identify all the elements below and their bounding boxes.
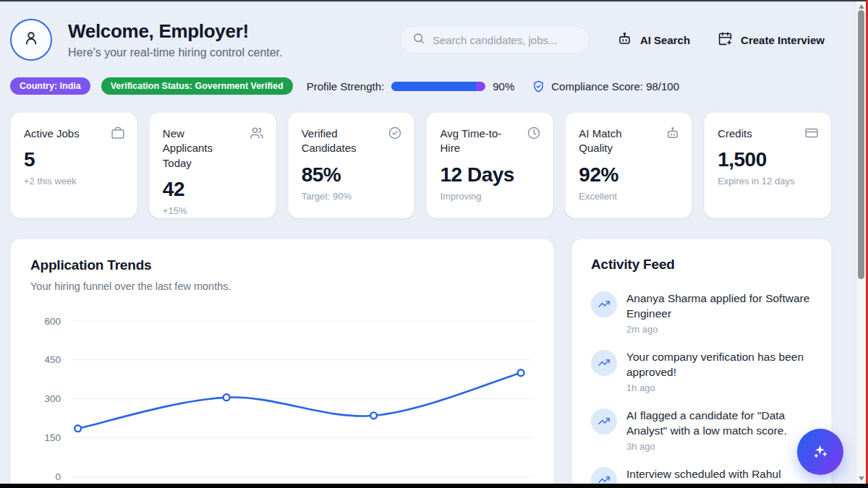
stat-subtext: +15%	[163, 205, 263, 216]
clock-icon	[527, 126, 541, 140]
stat-label: Verified Candidates	[302, 127, 373, 156]
search-box[interactable]	[400, 26, 590, 53]
profile-strength-label: Profile Strength:	[307, 80, 385, 93]
stat-card-avg-time-to-hire: Avg Time-to-Hire12 DaysImproving	[426, 112, 553, 218]
stat-label: Active Jobs	[24, 127, 95, 141]
bot-icon	[665, 126, 680, 140]
create-interview-button[interactable]: Create Interview	[718, 31, 825, 48]
sparkles-icon	[810, 441, 830, 463]
status-bar: Country: India Verification Status: Gove…	[10, 77, 679, 95]
avatar[interactable]	[10, 19, 52, 61]
ai-search-button[interactable]: AI Search	[617, 31, 690, 48]
svg-text:150: 150	[44, 432, 61, 443]
scroll-up-arrow-icon[interactable]	[859, 4, 864, 9]
create-interview-label: Create Interview	[741, 34, 825, 46]
stat-card-verified-candidates: Verified Candidates85%Target: 90%	[288, 112, 415, 218]
bot-icon	[617, 31, 632, 48]
header-actions: AI Search Create Interview	[400, 26, 825, 53]
shield-check-icon	[532, 80, 545, 93]
activity-time: 1h ago	[626, 382, 812, 393]
frame-top-edge-highlight	[0, 1, 868, 2]
activity-feed-card: Activity Feed Ananya Sharma applied for …	[571, 239, 832, 488]
stat-subtext: Target: 90%	[302, 191, 401, 202]
activity-item: Ananya Sharma applied for Software Engin…	[591, 291, 812, 335]
stat-subtext: Improving	[440, 191, 540, 202]
user-icon	[22, 29, 41, 51]
calendar-plus-icon	[718, 31, 733, 48]
verification-badge: Verification Status: Government Verified	[101, 77, 293, 95]
page-title: Welcome, Employer!	[68, 20, 283, 43]
profile-strength-value: 90%	[493, 80, 514, 93]
briefcase-icon	[111, 126, 125, 140]
trending-up-icon	[591, 408, 617, 435]
ai-search-label: AI Search	[640, 34, 690, 46]
activity-item: Your company verification has been appro…	[591, 350, 812, 393]
stat-card-ai-match-quality: AI Match Quality92%Excellent	[565, 112, 692, 218]
trends-title: Application Trends	[30, 257, 534, 273]
stat-subtext: Expires in 12 days	[718, 176, 817, 187]
stat-value: 1,500	[718, 148, 817, 171]
stat-label: Avg Time-to-Hire	[440, 127, 511, 156]
stat-card-credits: Credits1,500Expires in 12 days	[704, 112, 831, 218]
profile-strength-bar	[391, 82, 485, 91]
frame-bottom-edge	[0, 484, 868, 488]
svg-text:450: 450	[44, 354, 61, 365]
welcome-block: Welcome, Employer! Here's your real-time…	[10, 19, 283, 61]
stat-cards-row: Active Jobs5+2 this weekNew Applicants T…	[10, 112, 831, 218]
activity-item: AI flagged a candidate for "Data Analyst…	[591, 408, 812, 452]
header: Welcome, Employer! Here's your real-time…	[10, 19, 825, 61]
activity-time: 3h ago	[626, 441, 812, 452]
credit-card-icon	[804, 126, 819, 140]
search-icon	[412, 32, 425, 48]
check-circle-icon	[388, 126, 402, 140]
stat-subtext: Excellent	[579, 191, 678, 202]
scroll-down-arrow-icon[interactable]	[859, 476, 864, 481]
trending-up-icon	[591, 291, 617, 317]
stat-label: Credits	[718, 127, 789, 141]
stat-value: 42	[163, 178, 263, 201]
stat-value: 12 Days	[440, 163, 540, 187]
main-content: Application Trends Your hiring funnel ov…	[10, 239, 832, 488]
page-subtitle: Here's your real-time hiring control cen…	[68, 46, 283, 59]
stat-label: AI Match Quality	[579, 127, 650, 156]
activity-title: Activity Feed	[591, 257, 812, 273]
stat-value: 85%	[302, 163, 401, 187]
stat-value: 5	[24, 148, 124, 171]
activity-text: AI flagged a candidate for "Data Analyst…	[626, 408, 812, 439]
search-input[interactable]	[433, 34, 577, 46]
scrollbar[interactable]	[856, 1, 866, 484]
trends-line-chart: 6004503001500	[30, 309, 535, 488]
country-badge: Country: India	[10, 77, 90, 95]
compliance-score: Compliance Score: 98/100	[551, 80, 679, 93]
stat-value: 92%	[579, 163, 678, 187]
trends-subtitle: Your hiring funnel over the last few mon…	[30, 281, 534, 292]
activity-text: Ananya Sharma applied for Software Engin…	[626, 291, 812, 322]
svg-text:300: 300	[44, 393, 61, 404]
scrollbar-thumb[interactable]	[858, 10, 864, 279]
stat-subtext: +2 this week	[24, 176, 124, 187]
svg-text:600: 600	[44, 316, 61, 327]
stat-label: New Applicants Today	[163, 127, 234, 171]
stat-card-active-jobs: Active Jobs5+2 this week	[10, 112, 137, 218]
stat-card-new-applicants-today: New Applicants Today42+15%	[149, 112, 276, 218]
svg-text:0: 0	[55, 471, 61, 482]
trending-up-icon	[591, 350, 617, 376]
activity-list: Ananya Sharma applied for Software Engin…	[591, 291, 812, 488]
activity-time: 2m ago	[626, 324, 812, 335]
dashboard-page: Welcome, Employer! Here's your real-time…	[0, 0, 868, 488]
ai-assistant-fab[interactable]	[797, 429, 843, 475]
users-icon	[250, 126, 264, 140]
application-trends-card: Application Trends Your hiring funnel ov…	[10, 239, 554, 488]
activity-text: Your company verification has been appro…	[626, 350, 812, 380]
